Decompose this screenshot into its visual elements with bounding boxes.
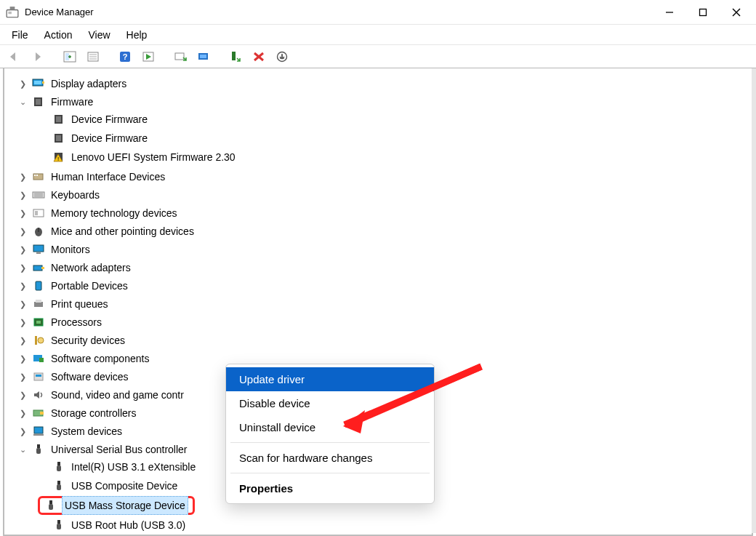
firmware-warning-icon: ! bbox=[52, 151, 65, 163]
add-legacy-button[interactable] bbox=[193, 47, 214, 66]
svg-rect-57 bbox=[39, 358, 44, 362]
maximize-button[interactable] bbox=[686, 1, 720, 23]
chevron-right-icon[interactable]: ❯ bbox=[17, 317, 28, 327]
tree-item-intel-usb[interactable]: Intel(R) USB 3.1 eXtensible bbox=[38, 458, 197, 476]
back-button[interactable] bbox=[4, 47, 25, 66]
chevron-right-icon[interactable]: ❯ bbox=[17, 244, 28, 255]
ctx-properties[interactable]: Properties bbox=[226, 476, 434, 500]
tree-item-monitors[interactable]: ❯ Monitors bbox=[17, 241, 92, 258]
svg-rect-42 bbox=[35, 211, 38, 215]
tree-item-usb-mass-storage[interactable]: USB Mass Storage Device bbox=[44, 497, 188, 514]
close-button[interactable] bbox=[720, 1, 753, 23]
tree-item-processors[interactable]: ❯ Processors bbox=[17, 313, 103, 331]
tree-label: Device Firmware bbox=[70, 111, 149, 128]
ctx-disable-device[interactable]: Disable device bbox=[226, 391, 434, 415]
properties-button[interactable] bbox=[83, 47, 103, 66]
tree-item-display-adapters[interactable]: ❯ Display adapters bbox=[17, 75, 128, 92]
ctx-scan-hardware[interactable]: Scan for hardware changes bbox=[226, 446, 434, 470]
menu-view[interactable]: View bbox=[81, 26, 117, 44]
help-button[interactable]: ? bbox=[115, 47, 135, 66]
chevron-right-icon[interactable]: ❯ bbox=[17, 335, 28, 345]
tree-label: Processors bbox=[49, 313, 103, 331]
firmware-icon bbox=[32, 96, 45, 108]
svg-rect-53 bbox=[36, 321, 41, 324]
tree-item-mice[interactable]: ❯ Mice and other pointing devices bbox=[17, 223, 196, 240]
update-driver-button[interactable] bbox=[225, 47, 246, 66]
ctx-update-driver[interactable]: Update driver bbox=[226, 367, 434, 391]
ctx-separator bbox=[230, 442, 430, 443]
usb-icon bbox=[52, 519, 65, 531]
tree-item-device-firmware-2[interactable]: Device Firmware bbox=[38, 129, 149, 147]
chevron-right-icon[interactable]: ❯ bbox=[17, 390, 28, 400]
tree-item-print-queues[interactable]: ❯ Print queues bbox=[17, 295, 110, 313]
tree-item-software-devices[interactable]: ❯ Software devices bbox=[17, 368, 130, 385]
chevron-right-icon[interactable]: ❯ bbox=[17, 426, 28, 436]
ctx-uninstall-device[interactable]: Uninstall device bbox=[226, 415, 434, 439]
context-menu: Update driver Disable device Uninstall d… bbox=[225, 364, 435, 504]
disable-button[interactable] bbox=[272, 47, 292, 66]
chevron-right-icon[interactable]: ❯ bbox=[17, 372, 28, 382]
chevron-right-icon[interactable]: ❯ bbox=[17, 299, 28, 309]
forward-button[interactable] bbox=[28, 47, 48, 66]
usb-icon bbox=[32, 444, 45, 455]
minimize-button[interactable] bbox=[653, 1, 686, 23]
chevron-right-icon[interactable]: ❯ bbox=[17, 281, 28, 291]
tree-item-security-devices[interactable]: ❯ Security devices bbox=[17, 332, 126, 349]
tree-item-sound[interactable]: ❯ Sound, video and game contr bbox=[17, 386, 185, 404]
ctx-separator bbox=[230, 473, 430, 473]
menu-action[interactable]: Action bbox=[37, 26, 80, 44]
svg-rect-1 bbox=[10, 7, 15, 10]
svg-rect-48 bbox=[41, 267, 44, 269]
vertical-scrollbar[interactable] bbox=[752, 68, 756, 533]
svg-rect-29 bbox=[56, 116, 61, 122]
svg-rect-61 bbox=[40, 412, 44, 415]
tree-item-firmware[interactable]: ⌄ Firmware bbox=[17, 93, 94, 111]
sound-icon bbox=[32, 389, 45, 401]
uninstall-button[interactable] bbox=[249, 47, 269, 66]
tree-item-lenovo-uefi[interactable]: ! Lenovo UEFI System Firmware 2.30 bbox=[38, 148, 237, 166]
tree-label: Human Interface Devices bbox=[49, 168, 166, 185]
menu-help[interactable]: Help bbox=[119, 26, 155, 44]
tree-item-system-devices[interactable]: ❯ System devices bbox=[17, 423, 124, 440]
tree-label: USB Composite Device bbox=[70, 477, 179, 495]
tree-item-portable-devices[interactable]: ❯ Portable Devices bbox=[17, 277, 129, 295]
menu-file[interactable]: File bbox=[4, 26, 36, 44]
tree-item-usb-composite[interactable]: USB Composite Device bbox=[38, 477, 179, 495]
tree-item-software-components[interactable]: ❯ Software components bbox=[17, 350, 150, 367]
chevron-right-icon[interactable]: ❯ bbox=[17, 172, 28, 182]
svg-rect-16 bbox=[175, 53, 184, 60]
svg-rect-72 bbox=[57, 520, 60, 524]
chevron-down-icon[interactable]: ⌄ bbox=[17, 444, 28, 455]
chevron-right-icon[interactable]: ❯ bbox=[17, 353, 28, 364]
tree-item-storage-controllers[interactable]: ❯ Storage controllers bbox=[17, 404, 138, 422]
svg-rect-2 bbox=[8, 11, 12, 13]
svg-rect-68 bbox=[57, 481, 60, 484]
tree-item-memory-tech[interactable]: ❯ Memory technology devices bbox=[17, 204, 179, 222]
action-button[interactable] bbox=[138, 47, 158, 66]
chevron-right-icon[interactable]: ❯ bbox=[17, 190, 28, 200]
chevron-down-icon[interactable]: ⌄ bbox=[17, 97, 28, 107]
sw-device-icon bbox=[32, 371, 45, 383]
tree-label: Mice and other pointing devices bbox=[49, 223, 196, 240]
svg-rect-67 bbox=[57, 465, 61, 471]
tree-item-usb-controllers[interactable]: ⌄ Universal Serial Bus controller bbox=[17, 441, 189, 458]
chevron-right-icon[interactable]: ❯ bbox=[17, 208, 28, 218]
mouse-icon bbox=[32, 225, 45, 237]
tree-item-keyboards[interactable]: ❯ Keyboards bbox=[17, 186, 101, 204]
chevron-right-icon[interactable]: ❯ bbox=[17, 79, 28, 89]
svg-rect-31 bbox=[56, 135, 61, 141]
menubar: File Action View Help bbox=[0, 25, 756, 45]
chevron-right-icon[interactable]: ❯ bbox=[17, 263, 28, 273]
hid-icon bbox=[32, 171, 45, 183]
tree-item-device-firmware-1[interactable]: Device Firmware bbox=[38, 111, 149, 128]
chevron-right-icon[interactable]: ❯ bbox=[17, 226, 28, 236]
tree-item-hid[interactable]: ❯ Human Interface Devices bbox=[17, 168, 166, 185]
scan-hardware-button[interactable] bbox=[170, 47, 190, 66]
tree-label: Storage controllers bbox=[49, 404, 138, 422]
chevron-right-icon[interactable]: ❯ bbox=[17, 408, 28, 418]
tree-item-network-adapters[interactable]: ❯ Network adapters bbox=[17, 259, 132, 276]
show-hide-tree-button[interactable] bbox=[60, 47, 80, 66]
tree-item-usb-root-hub[interactable]: USB Root Hub (USB 3.0) bbox=[38, 516, 187, 534]
tree-label: Display adapters bbox=[49, 75, 128, 92]
svg-point-55 bbox=[38, 337, 44, 343]
